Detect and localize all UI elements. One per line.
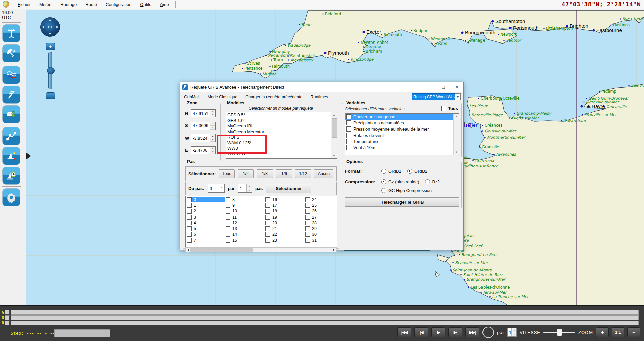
- model-item[interactable]: GFS 1.0°: [226, 118, 337, 124]
- step-checkbox[interactable]: [226, 197, 230, 202]
- variables-all-checkbox[interactable]: [441, 106, 446, 111]
- weather-station-button[interactable]: [2, 24, 20, 42]
- step-checkbox[interactable]: [305, 197, 310, 202]
- speed-slider-handle[interactable]: [557, 329, 562, 336]
- spin-down-icon[interactable]: ▼: [247, 188, 252, 192]
- step-checkbox[interactable]: [305, 226, 310, 231]
- spin-down-icon[interactable]: ▼: [210, 138, 215, 142]
- sailboat-clock-button[interactable]: [2, 167, 20, 185]
- track-timeline-s[interactable]: [11, 315, 639, 320]
- step-item-11[interactable]: 11: [226, 214, 237, 220]
- steps-1-12-button[interactable]: 1/12: [295, 169, 311, 178]
- map-pan-pad[interactable]: 1:1: [40, 17, 60, 37]
- variable-checkbox[interactable]: [346, 120, 351, 125]
- du-pas-combobox[interactable]: 0: [208, 184, 225, 193]
- step-back-button[interactable]: |◀: [414, 327, 428, 337]
- step-checkbox[interactable]: [305, 232, 310, 237]
- dialog-menu-runtimes[interactable]: Runtimes: [306, 95, 332, 99]
- step-item-16[interactable]: 16: [265, 197, 277, 202]
- chevron-down-icon[interactable]: ▼: [455, 93, 461, 100]
- scroll-up-icon[interactable]: ▲: [331, 112, 337, 117]
- step-forward-button[interactable]: ▶|: [448, 327, 462, 337]
- variable-item[interactable]: Température: [345, 138, 459, 144]
- step-checkbox[interactable]: [226, 215, 230, 220]
- step-checkbox[interactable]: [265, 215, 270, 220]
- clock-icon[interactable]: [482, 327, 494, 338]
- zone-e-spinbox[interactable]: -2.4706▲▼: [191, 146, 216, 154]
- step-item-26[interactable]: 26: [305, 208, 317, 214]
- step-item-8[interactable]: 8: [226, 197, 237, 202]
- steps-aucun-button[interactable]: Aucun: [314, 169, 333, 178]
- step-checkbox[interactable]: [265, 203, 270, 208]
- step-item-9[interactable]: 9: [226, 202, 237, 208]
- step-item-14[interactable]: 14: [226, 232, 237, 237]
- scroll-left-icon[interactable]: ◀: [186, 248, 190, 252]
- step-checkbox[interactable]: [305, 209, 310, 214]
- variable-checkbox[interactable]: [346, 126, 351, 132]
- spin-down-icon[interactable]: ▼: [512, 332, 516, 336]
- timeline-zoom-reset-button[interactable]: 1:1: [612, 327, 624, 337]
- step-checkbox[interactable]: [187, 209, 192, 214]
- steps-1-6-button[interactable]: 1/6: [276, 169, 292, 178]
- step-item-3[interactable]: 3: [187, 214, 225, 220]
- spin-up-icon[interactable]: ▲: [512, 328, 516, 332]
- zone-n-spinbox[interactable]: 47.9151▲▼: [191, 109, 216, 117]
- variable-checkbox[interactable]: [346, 145, 351, 150]
- isobar-map-button[interactable]: [2, 66, 20, 84]
- menu-outils[interactable]: Outils: [136, 0, 155, 9]
- step-checkbox[interactable]: [226, 203, 230, 208]
- step-item-29[interactable]: 29: [305, 226, 317, 231]
- steps-1-3-button[interactable]: 1/3: [257, 169, 273, 178]
- step-item-12[interactable]: 12: [226, 220, 237, 226]
- models-scrollbar-thumb[interactable]: [332, 118, 337, 138]
- par-spinner[interactable]: 1 ▲▼: [507, 328, 517, 337]
- play-button[interactable]: ▶: [431, 327, 445, 337]
- map-zoom-slider-handle[interactable]: [47, 67, 55, 74]
- menu-fichier[interactable]: Fichier: [13, 0, 35, 9]
- format-radio-grib2[interactable]: [407, 169, 412, 174]
- variable-item[interactable]: Précipitations accumulées: [345, 120, 459, 126]
- spin-up-icon[interactable]: ▲: [247, 184, 252, 188]
- scroll-up-icon[interactable]: ▲: [454, 114, 459, 119]
- map-zoom-out-button[interactable]: −: [46, 92, 55, 99]
- step-checkbox[interactable]: [187, 203, 192, 208]
- variable-item[interactable]: Rafales de vent: [345, 132, 459, 138]
- menu-configuration[interactable]: Configuration: [101, 0, 136, 9]
- scroll-down-icon[interactable]: ▼: [331, 153, 337, 158]
- menu-aide[interactable]: Aide: [156, 0, 173, 9]
- dialog-titlebar[interactable]: Requête GRIB Avancée - Téléchargement Di…: [180, 82, 463, 92]
- menu-routage[interactable]: Routage: [56, 0, 81, 9]
- model-item[interactable]: MyOcean IBI: [226, 123, 337, 129]
- spin-down-icon[interactable]: ▼: [210, 126, 215, 130]
- minimize-button[interactable]: ─: [423, 82, 437, 92]
- steps-tous-button[interactable]: Tous: [219, 169, 235, 178]
- step-combobox[interactable]: [54, 329, 110, 337]
- timeline-zoom-in-button[interactable]: +: [596, 327, 609, 337]
- dialog-menu-charger-la-reque-te-pre-ce-dente[interactable]: Charger la requête précédente: [241, 95, 306, 99]
- model-item[interactable]: WW3: [226, 146, 337, 151]
- step-item-5[interactable]: 5: [187, 226, 225, 231]
- step-item-0[interactable]: 0: [187, 197, 225, 202]
- steps-horizontal-scrollbar[interactable]: ◀ ▶: [185, 247, 337, 252]
- compression-radio-gz-plus-rapide-[interactable]: [381, 179, 386, 184]
- track-toggle-s[interactable]: [5, 315, 10, 320]
- pan-right-icon[interactable]: [56, 25, 58, 29]
- variables-listbox[interactable]: Couverture nuageusePrécipitations accumu…: [345, 113, 459, 155]
- model-item[interactable]: ROFS: [226, 135, 337, 140]
- models-scrollbar[interactable]: ▲ ▼: [331, 112, 337, 158]
- step-checkbox[interactable]: [187, 238, 192, 243]
- spin-down-icon[interactable]: ▼: [210, 150, 215, 154]
- models-listbox[interactable]: GFS 0.5°GFS 1.0°MyOcean IBIMyOcean Merca…: [226, 112, 337, 159]
- close-button[interactable]: ✕: [450, 82, 463, 92]
- step-item-21[interactable]: 21: [265, 226, 277, 231]
- step-item-31[interactable]: 31: [305, 237, 317, 243]
- steps-scrollbar-thumb[interactable]: [190, 248, 253, 252]
- route-button[interactable]: [2, 127, 20, 145]
- variable-checkbox[interactable]: [346, 133, 351, 138]
- spin-up-icon[interactable]: ▲: [210, 122, 215, 126]
- step-item-6[interactable]: 6: [187, 232, 225, 237]
- variables-scrollbar[interactable]: ▲ ▼: [453, 114, 459, 155]
- step-checkbox[interactable]: [187, 226, 192, 231]
- step-item-10[interactable]: 10: [226, 208, 237, 214]
- model-item[interactable]: WW3 EU: [226, 151, 337, 157]
